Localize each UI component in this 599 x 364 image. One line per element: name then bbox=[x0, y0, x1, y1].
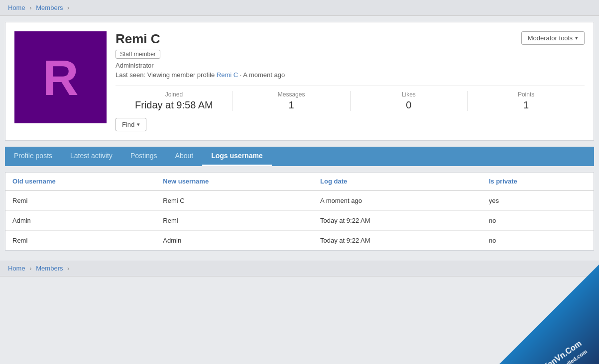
stat-joined-value: Friday at 9:58 AM bbox=[120, 99, 228, 111]
is-private-cell: no bbox=[482, 211, 594, 231]
stat-points-value: 1 bbox=[473, 99, 580, 111]
last-seen: Last seen: Viewing member profile Remi C… bbox=[116, 71, 585, 79]
col-old-username: Old username bbox=[5, 173, 156, 190]
col-log-date: Log date bbox=[313, 173, 482, 190]
mod-tools-label: Moderator tools bbox=[528, 34, 573, 42]
log-date-cell: A moment ago bbox=[313, 190, 482, 211]
breadcrumb-bottom-sep-2: › bbox=[67, 265, 69, 272]
breadcrumb-bottom-home-link[interactable]: Home bbox=[8, 265, 25, 272]
stat-likes-label: Likes bbox=[356, 91, 463, 98]
stats-row: Joined Friday at 9:58 AM Messages 1 Like… bbox=[116, 86, 585, 111]
breadcrumb-bottom-members-link[interactable]: Members bbox=[36, 265, 63, 272]
tab-logs-username[interactable]: Logs username bbox=[202, 147, 271, 166]
breadcrumb-bottom: Home › Members › bbox=[0, 261, 599, 276]
log-date-cell: Today at 9:22 AM bbox=[313, 211, 482, 231]
is-private-cell: yes bbox=[482, 190, 594, 211]
log-date-cell: Today at 9:22 AM bbox=[313, 231, 482, 251]
stat-likes-value: 0 bbox=[356, 99, 463, 111]
new-username-cell: Remi bbox=[156, 211, 313, 231]
profile-card: R Remi C Staff member Administrator Last… bbox=[5, 22, 594, 141]
old-username-cell: Remi bbox=[5, 190, 156, 211]
stat-points: Points 1 bbox=[468, 91, 585, 111]
col-is-private: Is private bbox=[482, 173, 594, 190]
tab-profile-posts[interactable]: Profile posts bbox=[5, 147, 61, 166]
breadcrumb-sep-1: › bbox=[29, 4, 31, 11]
is-private-cell: no bbox=[482, 231, 594, 251]
moderator-tools-button[interactable]: Moderator tools ▾ bbox=[521, 31, 585, 45]
avatar-letter: R bbox=[42, 53, 78, 102]
find-button-label: Find bbox=[122, 121, 134, 128]
breadcrumb-home-link[interactable]: Home bbox=[8, 4, 25, 11]
find-button[interactable]: Find ▾ bbox=[116, 118, 146, 131]
role-text: Administrator bbox=[116, 62, 585, 69]
last-seen-action: Viewing member profile bbox=[147, 71, 217, 79]
profile-tabs: Profile posts Latest activity Postings A… bbox=[5, 147, 594, 166]
log-table: Old username New username Log date Is pr… bbox=[5, 173, 594, 250]
profile-info: Remi C Staff member Administrator Last s… bbox=[116, 31, 585, 131]
staff-badge: Staff member bbox=[116, 50, 160, 59]
last-seen-label: Last seen: bbox=[116, 71, 145, 79]
tab-latest-activity[interactable]: Latest activity bbox=[61, 147, 121, 166]
new-username-cell: Remi C bbox=[156, 190, 313, 211]
breadcrumb-sep-2: › bbox=[67, 4, 69, 11]
stat-points-label: Points bbox=[473, 91, 580, 98]
breadcrumb-bottom-sep-1: › bbox=[29, 265, 31, 272]
old-username-cell: Remi bbox=[5, 231, 156, 251]
last-seen-link[interactable]: Remi C bbox=[217, 71, 238, 79]
mod-tools-dropdown-arrow: ▾ bbox=[575, 35, 578, 41]
stat-joined-label: Joined bbox=[120, 91, 228, 98]
profile-name: Remi C bbox=[116, 31, 585, 47]
breadcrumb-members-link[interactable]: Members bbox=[36, 4, 63, 11]
table-row: RemiAdminToday at 9:22 AMno bbox=[5, 231, 594, 251]
log-table-wrapper: Old username New username Log date Is pr… bbox=[5, 172, 594, 251]
stat-messages-label: Messages bbox=[238, 91, 345, 98]
stat-messages: Messages 1 bbox=[233, 91, 351, 111]
stat-messages-value: 1 bbox=[238, 99, 345, 111]
col-new-username: New username bbox=[156, 173, 313, 190]
table-header-row: Old username New username Log date Is pr… bbox=[5, 173, 594, 190]
tab-about[interactable]: About bbox=[166, 147, 203, 166]
last-seen-time: · A moment ago bbox=[240, 71, 285, 79]
new-username-cell: Admin bbox=[156, 231, 313, 251]
old-username-cell: Admin bbox=[5, 211, 156, 231]
stat-joined: Joined Friday at 9:58 AM bbox=[116, 91, 233, 111]
stat-likes: Likes 0 bbox=[351, 91, 468, 111]
breadcrumb-top: Home › Members › bbox=[0, 0, 599, 16]
table-row: AdminRemiToday at 9:22 AMno bbox=[5, 211, 594, 231]
tab-postings[interactable]: Postings bbox=[121, 147, 166, 166]
find-dropdown-arrow: ▾ bbox=[137, 121, 140, 128]
avatar: R bbox=[14, 31, 107, 123]
table-row: RemiRemi CA moment agoyes bbox=[5, 190, 594, 211]
